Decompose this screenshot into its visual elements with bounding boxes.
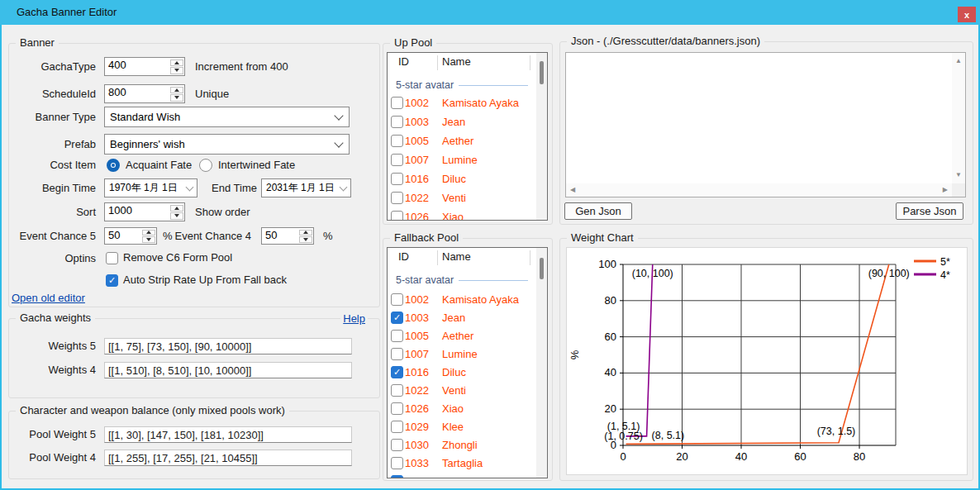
spin-down-button[interactable] <box>170 212 183 220</box>
banner-type-select[interactable]: Standard Wish <box>104 107 350 127</box>
pool-item-checkbox[interactable] <box>391 421 403 433</box>
list-item: 1007Lumine <box>388 151 536 169</box>
intertwined-fate-label: Intertwined Fate <box>218 159 295 172</box>
fallback-pool-group-label: Fallback Pool <box>390 231 463 244</box>
weights-4-input[interactable] <box>104 362 352 378</box>
gen-json-button[interactable]: Gen Json <box>564 202 632 220</box>
pool-item-id: 1002 <box>405 94 429 112</box>
scroll-up-arrow-icon[interactable]: ▲ <box>955 58 962 64</box>
event-chance-4-spinner[interactable]: 50 <box>261 227 314 245</box>
pool-item-checkbox[interactable] <box>391 312 403 324</box>
spin-down-button[interactable] <box>142 236 155 243</box>
event-chance-5-spinner[interactable]: 50 <box>104 227 157 245</box>
list-item: 1033Tartaglia <box>388 454 536 473</box>
pool-item-name: Venti <box>442 189 466 207</box>
schedule-id-label: ScheduleId <box>9 84 96 103</box>
pool-item-name: Jean <box>442 113 465 131</box>
sort-spinner[interactable]: 1000 <box>104 202 185 221</box>
spin-up-button[interactable] <box>170 59 183 67</box>
scrollbar-thumb[interactable] <box>540 258 544 279</box>
event-chance-4-value: 50 <box>262 228 298 244</box>
weights-5-input[interactable] <box>104 338 352 354</box>
down-arrow-icon <box>174 214 179 217</box>
open-old-editor-link[interactable]: Open old editor <box>12 292 85 304</box>
gacha-type-spinner[interactable]: 400 <box>104 57 185 76</box>
scroll-right-arrow-icon[interactable]: ▶ <box>943 187 948 193</box>
scroll-left-arrow-icon[interactable]: ◀ <box>570 187 575 193</box>
pool-weight-5-input[interactable] <box>104 426 352 443</box>
list-item: 1016Diluc <box>388 170 536 188</box>
svg-text:100: 100 <box>598 258 616 270</box>
json-textarea[interactable]: ▲ ▼ ◀ ▶ <box>565 52 966 197</box>
spin-up-button[interactable] <box>170 87 183 94</box>
pool-item-checkbox[interactable] <box>391 348 403 360</box>
pool-item-name: Zhongli <box>442 436 478 454</box>
pool-item-checkbox[interactable] <box>391 192 403 204</box>
pool-item-checkbox[interactable] <box>391 293 403 306</box>
parse-json-button[interactable]: Parse Json <box>896 202 963 220</box>
spin-down-button[interactable] <box>170 94 183 102</box>
help-link[interactable]: Help <box>340 312 368 325</box>
remove-c6-label: Remove C6 Form Pool <box>123 251 232 264</box>
pool-item-checkbox[interactable] <box>391 402 403 415</box>
spin-up-button[interactable] <box>299 230 312 236</box>
pool-item-id: 1033 <box>405 454 429 472</box>
up-arrow-icon <box>174 61 179 64</box>
pool-item-checkbox[interactable] <box>391 439 403 451</box>
end-time-picker[interactable]: 2031年 1月 1日 <box>261 178 351 197</box>
pool-item-checkbox[interactable] <box>391 384 403 397</box>
optins-label: Optins <box>9 252 96 264</box>
spin-up-button[interactable] <box>142 230 155 236</box>
begin-time-value: 1970年 1月 1日 <box>109 181 178 195</box>
weight-chart-group: Weight Chart 020406080020406080100(10, 1… <box>559 238 973 481</box>
pool-item-checkbox[interactable] <box>391 366 403 378</box>
spin-down-button[interactable] <box>170 67 183 74</box>
list-scrollbar[interactable] <box>536 53 547 220</box>
pool-weight-4-input[interactable] <box>104 450 352 466</box>
chevron-down-icon <box>186 183 194 191</box>
pool-item-name: Xiao <box>442 208 464 221</box>
svg-text:20: 20 <box>605 402 616 415</box>
schedule-id-spinner[interactable]: 800 <box>104 84 185 103</box>
prefab-select[interactable]: Beginners' wish <box>104 134 350 155</box>
vertical-scrollbar[interactable]: ▲ ▼ <box>952 53 965 183</box>
spin-up-button[interactable] <box>170 205 183 212</box>
banner-group: Banner GachaType 400 Increment from 400 … <box>8 43 380 307</box>
acquaint-fate-radio[interactable] <box>107 159 120 172</box>
pool-item-id: 1030 <box>405 436 429 454</box>
intertwined-fate-radio[interactable] <box>199 159 212 172</box>
spin-down-button[interactable] <box>299 236 312 243</box>
pool-item-name: Aether <box>442 132 473 150</box>
pool-item-checkbox[interactable] <box>391 330 403 342</box>
up-pool-group: Up Pool IDName5-star avatar1002Kamisato … <box>383 43 553 225</box>
pool-item-checkbox[interactable] <box>391 211 403 221</box>
pool-item-checkbox[interactable] <box>391 475 403 478</box>
pool-item-checkbox[interactable] <box>391 457 403 469</box>
pool-item-checkbox[interactable] <box>391 154 403 166</box>
pool-item-name: Lumine <box>442 151 478 169</box>
list-item: 1007Lumine <box>388 345 536 364</box>
gacha-type-spin-buttons <box>169 58 184 75</box>
pool-item-checkbox[interactable] <box>391 173 403 185</box>
close-button[interactable]: x <box>958 7 976 22</box>
event-chance-5-spin-buttons <box>141 228 156 244</box>
begin-time-label: Begin Time <box>9 178 96 197</box>
svg-text:5*: 5* <box>940 256 950 268</box>
auto-strip-checkbox[interactable] <box>106 274 118 287</box>
pool-item-checkbox[interactable] <box>391 116 403 128</box>
list-scrollbar[interactable] <box>536 248 547 478</box>
scrollbar-thumb[interactable] <box>540 61 544 84</box>
fallback-pool-group: Fallback Pool IDName5-star avatar1002Kam… <box>383 238 553 481</box>
pool-item-checkbox[interactable] <box>391 135 403 147</box>
scroll-down-arrow-icon[interactable]: ▼ <box>955 172 962 178</box>
up-arrow-icon <box>174 88 179 92</box>
event-chance-4-unit: % <box>323 227 333 245</box>
begin-time-picker[interactable]: 1970年 1月 1日 <box>104 178 197 197</box>
gacha-type-value: 400 <box>105 58 169 75</box>
acquaint-fate-label: Acquaint Fate <box>126 159 192 172</box>
remove-c6-checkbox[interactable] <box>106 252 118 264</box>
svg-text:60: 60 <box>605 331 616 343</box>
pool-item-id: 1016 <box>405 364 429 381</box>
pool-item-checkbox[interactable] <box>391 97 403 109</box>
horizontal-scrollbar[interactable]: ◀ ▶ <box>566 183 952 197</box>
